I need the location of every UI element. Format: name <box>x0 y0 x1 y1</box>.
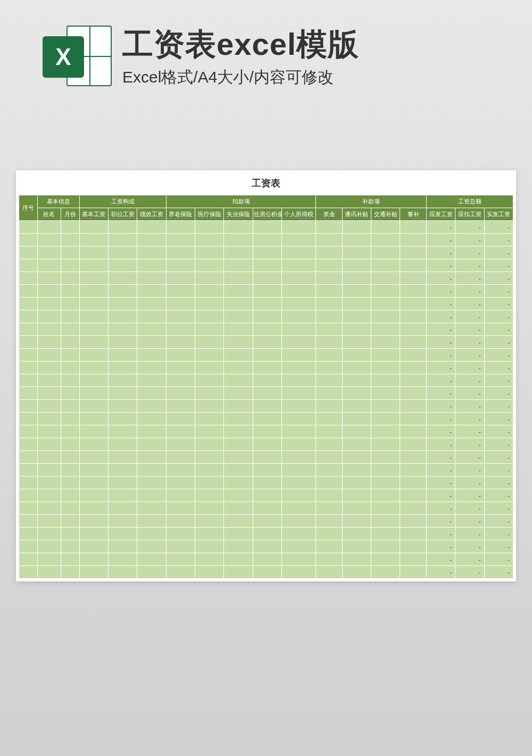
table-cell[interactable] <box>253 425 281 438</box>
table-cell[interactable] <box>19 425 38 438</box>
table-cell[interactable]: - <box>455 540 484 553</box>
table-cell[interactable] <box>137 476 166 489</box>
table-cell[interactable]: - <box>455 489 484 502</box>
table-cell[interactable]: - <box>455 425 484 438</box>
table-cell[interactable] <box>195 336 224 349</box>
table-cell[interactable] <box>61 387 80 400</box>
table-cell[interactable] <box>108 323 137 336</box>
table-cell[interactable] <box>224 374 253 387</box>
table-cell[interactable] <box>137 502 166 515</box>
table-cell[interactable] <box>316 515 342 528</box>
table-cell[interactable] <box>253 221 281 234</box>
table-cell[interactable]: - <box>426 361 455 374</box>
table-cell[interactable]: - <box>484 349 513 361</box>
table-cell[interactable] <box>108 553 137 566</box>
table-cell[interactable] <box>108 285 137 298</box>
table-cell[interactable] <box>19 336 38 349</box>
table-cell[interactable]: - <box>484 387 513 400</box>
table-cell[interactable] <box>224 438 253 451</box>
table-cell[interactable] <box>19 387 38 400</box>
table-cell[interactable] <box>195 349 224 361</box>
table-cell[interactable]: - <box>426 272 455 285</box>
table-cell[interactable] <box>108 438 137 451</box>
table-cell[interactable]: - <box>426 502 455 515</box>
table-cell[interactable] <box>342 272 371 285</box>
table-cell[interactable] <box>166 259 195 272</box>
table-cell[interactable] <box>108 425 137 438</box>
table-cell[interactable] <box>19 361 38 374</box>
table-cell[interactable] <box>79 323 108 336</box>
table-cell[interactable]: - <box>426 400 455 413</box>
table-cell[interactable] <box>400 259 426 272</box>
table-cell[interactable] <box>253 310 281 323</box>
table-cell[interactable]: - <box>484 528 513 540</box>
table-cell[interactable] <box>400 438 426 451</box>
table-cell[interactable]: - <box>455 400 484 413</box>
table-cell[interactable] <box>342 540 371 553</box>
table-cell[interactable] <box>137 528 166 540</box>
table-cell[interactable] <box>224 336 253 349</box>
table-cell[interactable] <box>253 489 281 502</box>
table-cell[interactable]: - <box>484 489 513 502</box>
table-cell[interactable]: - <box>426 515 455 528</box>
table-cell[interactable] <box>316 336 342 349</box>
table-cell[interactable] <box>400 425 426 438</box>
table-cell[interactable] <box>19 259 38 272</box>
table-cell[interactable] <box>19 246 38 259</box>
table-cell[interactable] <box>61 400 80 413</box>
table-cell[interactable] <box>137 489 166 502</box>
table-cell[interactable] <box>253 259 281 272</box>
table-cell[interactable] <box>316 285 342 298</box>
table-cell[interactable] <box>61 336 80 349</box>
table-cell[interactable] <box>166 374 195 387</box>
table-cell[interactable] <box>195 285 224 298</box>
table-cell[interactable]: - <box>426 221 455 234</box>
table-cell[interactable]: - <box>455 464 484 476</box>
table-cell[interactable] <box>253 502 281 515</box>
table-cell[interactable] <box>316 259 342 272</box>
table-cell[interactable] <box>19 272 38 285</box>
table-cell[interactable] <box>195 425 224 438</box>
table-cell[interactable] <box>79 528 108 540</box>
table-cell[interactable] <box>37 387 61 400</box>
table-cell[interactable] <box>253 438 281 451</box>
table-cell[interactable] <box>37 349 61 361</box>
table-cell[interactable] <box>253 298 281 310</box>
table-cell[interactable] <box>37 374 61 387</box>
table-cell[interactable]: - <box>455 374 484 387</box>
table-cell[interactable] <box>253 349 281 361</box>
table-cell[interactable] <box>79 438 108 451</box>
table-cell[interactable]: - <box>455 438 484 451</box>
table-cell[interactable] <box>342 502 371 515</box>
table-cell[interactable] <box>253 464 281 476</box>
table-cell[interactable]: - <box>426 425 455 438</box>
table-cell[interactable] <box>371 425 400 438</box>
table-cell[interactable] <box>79 259 108 272</box>
table-cell[interactable] <box>108 464 137 476</box>
table-cell[interactable]: - <box>426 438 455 451</box>
table-cell[interactable] <box>282 246 316 259</box>
table-cell[interactable] <box>224 489 253 502</box>
table-cell[interactable] <box>282 310 316 323</box>
table-cell[interactable]: - <box>426 553 455 566</box>
table-cell[interactable] <box>316 489 342 502</box>
table-cell[interactable] <box>342 349 371 361</box>
table-cell[interactable] <box>253 566 281 579</box>
table-cell[interactable] <box>79 540 108 553</box>
table-cell[interactable] <box>61 349 80 361</box>
table-cell[interactable] <box>61 451 80 464</box>
table-cell[interactable] <box>37 336 61 349</box>
table-cell[interactable] <box>342 528 371 540</box>
table-cell[interactable] <box>253 400 281 413</box>
table-cell[interactable] <box>342 451 371 464</box>
table-cell[interactable] <box>224 310 253 323</box>
table-cell[interactable] <box>61 259 80 272</box>
table-cell[interactable] <box>166 502 195 515</box>
table-cell[interactable] <box>195 387 224 400</box>
table-cell[interactable]: - <box>484 451 513 464</box>
table-cell[interactable] <box>253 361 281 374</box>
table-cell[interactable] <box>316 361 342 374</box>
table-cell[interactable] <box>108 566 137 579</box>
table-cell[interactable] <box>316 528 342 540</box>
table-cell[interactable] <box>253 387 281 400</box>
